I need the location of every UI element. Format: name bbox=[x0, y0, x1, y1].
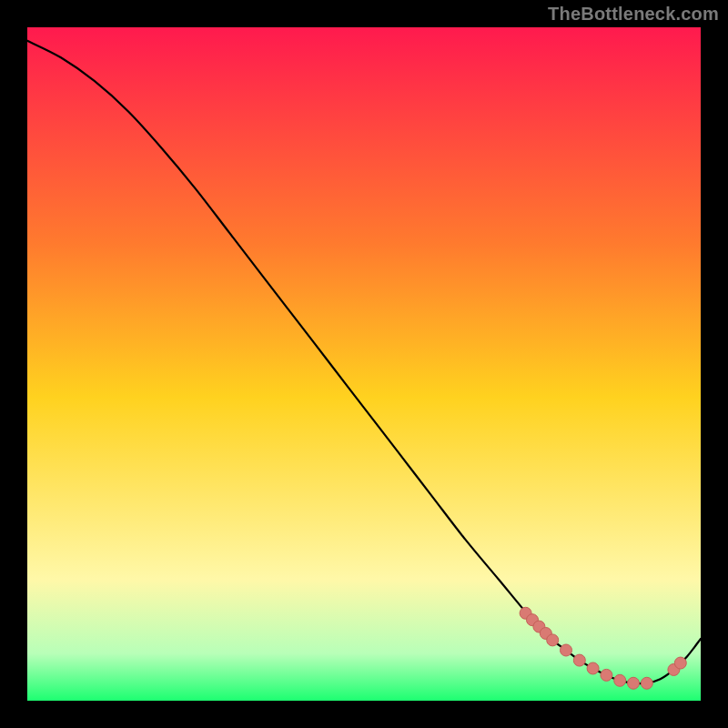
plot-area bbox=[27, 27, 701, 701]
svg-rect-0 bbox=[27, 27, 701, 701]
heat-gradient bbox=[27, 27, 701, 701]
watermark-text: TheBottleneck.com bbox=[548, 4, 719, 25]
chart-stage: TheBottleneck.com bbox=[0, 0, 728, 728]
